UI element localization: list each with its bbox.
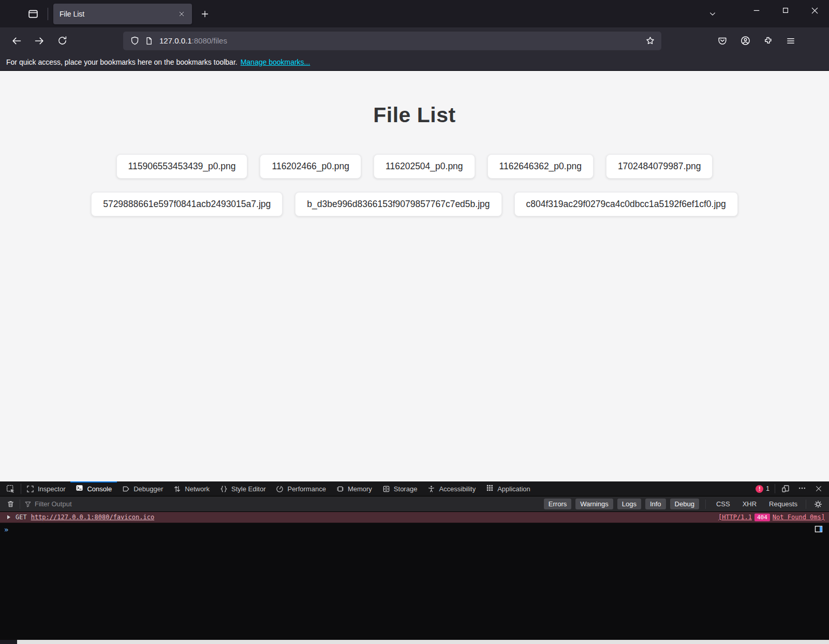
extensions-button[interactable] bbox=[759, 32, 777, 50]
request-url-link[interactable]: http://127.0.0.1:8080/favicon.ico bbox=[31, 514, 154, 521]
window-bottom-edge bbox=[0, 640, 829, 644]
tab-label: Storage bbox=[394, 485, 418, 493]
pocket-icon bbox=[718, 36, 727, 46]
pocket-button[interactable] bbox=[713, 32, 732, 50]
url-text: 127.0.0.1:8080/files bbox=[159, 36, 643, 45]
devtools-divider bbox=[775, 484, 775, 493]
grid-icon bbox=[486, 484, 494, 493]
tab-label: Performance bbox=[287, 485, 325, 493]
filter-xhr-button[interactable]: XHR bbox=[738, 499, 761, 509]
minimize-button[interactable] bbox=[742, 0, 771, 21]
tab-storage[interactable]: Storage bbox=[377, 481, 423, 496]
tab-label: Accessibility bbox=[439, 485, 476, 493]
console-input-row[interactable]: » bbox=[0, 523, 829, 536]
console-settings-button[interactable] bbox=[810, 498, 826, 510]
filter-logs-button[interactable]: Logs bbox=[617, 499, 641, 509]
sidebar-toggle-button[interactable] bbox=[812, 524, 825, 535]
filter-debug-button[interactable]: Debug bbox=[670, 499, 699, 509]
meatball-menu-icon bbox=[798, 484, 806, 494]
file-item[interactable]: 116202504_p0.png bbox=[374, 154, 475, 179]
file-item[interactable]: 116202466_p0.png bbox=[260, 154, 361, 179]
new-tab-button[interactable] bbox=[196, 5, 214, 23]
manage-bookmarks-link[interactable]: Manage bookmarks... bbox=[241, 58, 310, 66]
url-path: :8080/files bbox=[192, 36, 227, 45]
element-picker-button[interactable] bbox=[0, 481, 21, 496]
expand-triangle-icon[interactable] bbox=[7, 515, 10, 519]
chevron-down-icon bbox=[709, 10, 716, 18]
tab-close-icon[interactable] bbox=[175, 8, 188, 20]
tab-network[interactable]: Network bbox=[168, 481, 215, 496]
firefox-view-icon bbox=[28, 9, 38, 19]
file-item[interactable]: 5729888661e597f0841acb2493015a7.jpg bbox=[91, 192, 283, 216]
tab-memory[interactable]: Memory bbox=[331, 481, 377, 496]
console-toolbar: Errors Warnings Logs Info Debug CSS XHR … bbox=[0, 496, 829, 512]
maximize-button[interactable] bbox=[771, 0, 800, 21]
menu-button[interactable] bbox=[781, 32, 800, 50]
tab-label: Console bbox=[87, 485, 112, 493]
back-button[interactable] bbox=[7, 32, 26, 50]
tab-accessibility[interactable]: Accessibility bbox=[422, 481, 481, 496]
filter-input-wrap bbox=[24, 500, 540, 508]
account-button[interactable] bbox=[736, 32, 754, 50]
filter-warnings-button[interactable]: Warnings bbox=[575, 499, 613, 509]
close-icon bbox=[811, 7, 819, 14]
tab-label: Memory bbox=[348, 485, 372, 493]
debugger-icon bbox=[122, 485, 130, 493]
close-window-button[interactable] bbox=[800, 0, 829, 21]
tab-label: Debugger bbox=[134, 485, 163, 493]
hamburger-icon bbox=[786, 36, 795, 46]
tab-application[interactable]: Application bbox=[481, 481, 536, 496]
devtools-panel: Inspector Console Debugger Network Style… bbox=[0, 481, 829, 640]
responsive-design-button[interactable] bbox=[778, 482, 793, 495]
status-protocol: [HTTP/1.1 bbox=[718, 514, 752, 521]
error-count[interactable]: ! 1 bbox=[756, 485, 769, 493]
page-info-icon[interactable] bbox=[142, 34, 156, 48]
trash-icon bbox=[7, 500, 14, 508]
devtools-options-button[interactable] bbox=[795, 482, 809, 495]
inspector-icon bbox=[26, 485, 34, 493]
reload-button[interactable] bbox=[53, 32, 71, 50]
storage-icon bbox=[382, 485, 390, 493]
url-bar[interactable]: 127.0.0.1:8080/files bbox=[123, 32, 661, 50]
filter-css-button[interactable]: CSS bbox=[712, 499, 734, 509]
tab-inspector[interactable]: Inspector bbox=[21, 481, 70, 496]
console-empty-area[interactable] bbox=[0, 536, 829, 640]
error-badge-icon: ! bbox=[756, 485, 763, 493]
maximize-icon bbox=[782, 7, 789, 14]
tab-style-editor[interactable]: Style Editor bbox=[215, 481, 271, 496]
tab-label: Application bbox=[497, 485, 530, 493]
file-item[interactable]: 1162646362_p0.png bbox=[487, 154, 594, 179]
file-item[interactable]: c804f319ac29f0279ca4c0dbcc1a5192f6ef1cf0… bbox=[514, 192, 738, 216]
funnel-icon bbox=[24, 501, 32, 508]
tabbar-divider bbox=[48, 8, 48, 20]
filter-info-button[interactable]: Info bbox=[645, 499, 666, 509]
console-error-row[interactable]: GET http://127.0.0.1:8080/favicon.ico [H… bbox=[0, 512, 829, 523]
bookmark-star-icon[interactable] bbox=[643, 34, 657, 48]
status-text: Not Found 0ms] bbox=[773, 514, 825, 521]
page-title: File List bbox=[0, 103, 829, 127]
title-bar: File List bbox=[0, 0, 829, 27]
error-count-value: 1 bbox=[766, 485, 769, 492]
console-icon bbox=[76, 484, 83, 493]
shield-icon[interactable] bbox=[127, 34, 142, 48]
split-console-icon bbox=[815, 525, 823, 535]
filter-requests-button[interactable]: Requests bbox=[765, 499, 802, 509]
bookmarks-toolbar: For quick access, place your bookmarks h… bbox=[0, 54, 829, 71]
tab-console[interactable]: Console bbox=[70, 481, 117, 496]
clear-console-button[interactable] bbox=[3, 498, 18, 510]
forward-button[interactable] bbox=[30, 32, 49, 50]
devtools-divider bbox=[705, 500, 706, 509]
filter-errors-button[interactable]: Errors bbox=[544, 499, 571, 509]
firefox-view-button[interactable] bbox=[24, 5, 42, 23]
browser-tab[interactable]: File List bbox=[53, 4, 192, 24]
list-all-tabs-button[interactable] bbox=[704, 5, 721, 23]
filter-output-input[interactable] bbox=[35, 500, 242, 508]
tab-performance[interactable]: Performance bbox=[271, 481, 331, 496]
devtools-close-button[interactable] bbox=[811, 482, 826, 495]
request-method: GET bbox=[16, 514, 27, 521]
tab-debugger[interactable]: Debugger bbox=[117, 481, 168, 496]
file-item[interactable]: b_d3be996d8366153f9079857767c7ed5b.jpg bbox=[295, 192, 501, 216]
tab-label: Inspector bbox=[38, 485, 65, 493]
file-item[interactable]: 1702484079987.png bbox=[606, 154, 713, 179]
file-item[interactable]: 115906553453439_p0.png bbox=[116, 154, 248, 179]
